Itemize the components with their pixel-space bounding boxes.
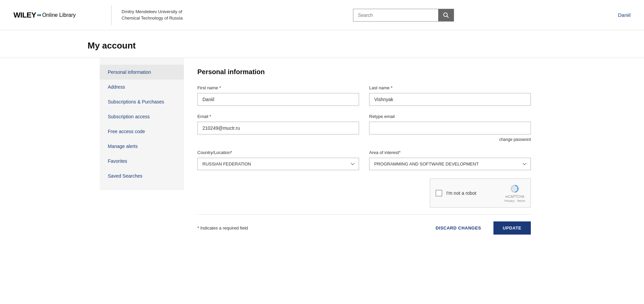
retype-email-group: Retype email change password (369, 114, 531, 142)
sidebar-item-personal-information[interactable]: Personal information (100, 65, 184, 80)
recaptcha-icon (509, 183, 520, 194)
captcha-links-text: Privacy · Terms (505, 199, 525, 203)
section-title: Personal information (197, 68, 531, 76)
email-input[interactable] (197, 122, 359, 134)
logo-dots (37, 14, 41, 16)
logo-wiley: WILEY (13, 11, 36, 20)
email-row: Email * Retype email change password (197, 114, 531, 142)
sidebar-item-free-access-code[interactable]: Free access code (100, 124, 184, 139)
area-label: Area of interest* (369, 150, 531, 155)
search-area (202, 9, 604, 22)
form-footer: * Indicates a required field DISCARD CHA… (197, 214, 531, 241)
change-password-link: change password (369, 136, 531, 142)
email-group: Email * (197, 114, 359, 142)
sidebar-item-favorites[interactable]: Favorites (100, 154, 184, 169)
last-name-label: Last name * (369, 85, 531, 90)
country-label: Country/Location* (197, 150, 359, 155)
user-name[interactable]: Daniil (618, 12, 631, 18)
change-password-button[interactable]: change password (499, 137, 531, 142)
search-button[interactable] (438, 9, 454, 21)
required-note: * Indicates a required field (197, 225, 248, 231)
retype-email-label: Retype email (369, 114, 531, 119)
location-row: Country/Location* RUSSIAN FEDERATION Are… (197, 150, 531, 170)
logo-library: Online Library (42, 12, 76, 18)
search-icon (443, 12, 449, 18)
header-divider (111, 5, 111, 25)
institution-name: Dmitry Mendeleev University of Chemical … (122, 9, 189, 21)
name-row: First name * Last name * (197, 85, 531, 106)
last-name-group: Last name * (369, 85, 531, 106)
captcha-area: I'm not a robot reCAPTCHA Privacy · Term… (197, 178, 531, 208)
first-name-input[interactable] (197, 93, 359, 106)
user-area[interactable]: Daniil (618, 12, 631, 18)
last-name-input[interactable] (369, 93, 531, 106)
first-name-label: First name * (197, 85, 359, 90)
area-group: Area of interest* PROGRAMMING AND SOFTWA… (369, 150, 531, 170)
sidebar-item-subscription-access[interactable]: Subscription access (100, 109, 184, 124)
page-title: My account (88, 40, 631, 51)
first-name-group: First name * (197, 85, 359, 106)
captcha-label: I'm not a robot (446, 190, 501, 196)
sidebar: Personal information Address Subscriptio… (100, 58, 184, 190)
sidebar-item-subscriptions-purchases[interactable]: Subscriptions & Purchases (100, 94, 184, 109)
country-select[interactable]: RUSSIAN FEDERATION (197, 158, 359, 170)
form-actions: DISCARD CHANGES UPDATE (429, 221, 531, 235)
logo-area: WILEY Online Library (13, 11, 101, 20)
sidebar-item-saved-searches[interactable]: Saved Searches (100, 169, 184, 183)
search-box (353, 9, 454, 22)
captcha-brand-text: reCAPTCHA (505, 195, 524, 199)
captcha-checkbox[interactable] (436, 190, 442, 196)
main-content: Personal information First name * Last n… (184, 58, 544, 251)
email-label: Email * (197, 114, 359, 119)
page-title-bar: My account (0, 30, 644, 58)
country-group: Country/Location* RUSSIAN FEDERATION (197, 150, 359, 170)
update-button[interactable]: UPDATE (493, 221, 531, 235)
area-select[interactable]: PROGRAMMING AND SOFTWARE DEVELOPMENT (369, 158, 531, 170)
svg-line-1 (447, 16, 448, 18)
sidebar-item-address[interactable]: Address (100, 80, 184, 94)
content-area: Personal information Address Subscriptio… (86, 58, 558, 251)
header: WILEY Online Library Dmitry Mendeleev Un… (0, 0, 644, 30)
search-input[interactable] (353, 9, 438, 21)
sidebar-item-manage-alerts[interactable]: Manage alerts (100, 139, 184, 154)
retype-email-input[interactable] (369, 122, 531, 134)
captcha-logo: reCAPTCHA Privacy · Terms (505, 183, 525, 203)
discard-changes-button[interactable]: DISCARD CHANGES (429, 221, 488, 235)
captcha-box: I'm not a robot reCAPTCHA Privacy · Term… (430, 178, 531, 208)
